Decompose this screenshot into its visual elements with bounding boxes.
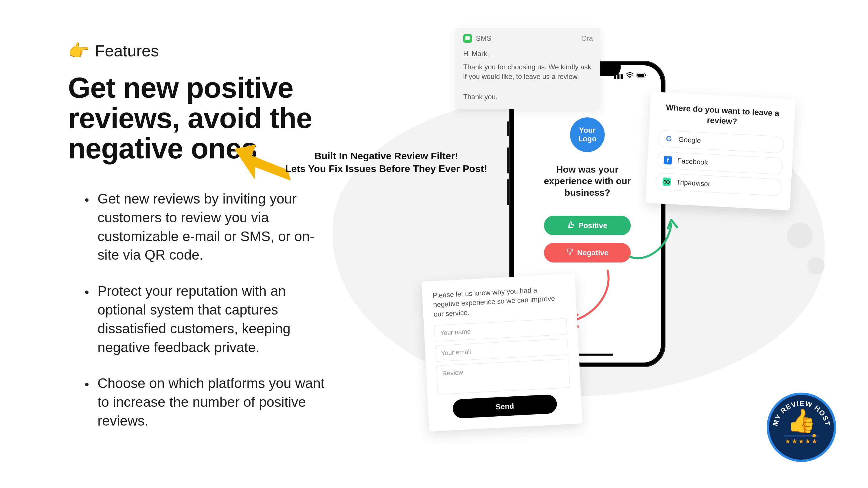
- feature-bullet: Get new reviews by inviting your custome…: [94, 190, 334, 264]
- name-placeholder: Your name: [440, 328, 471, 336]
- review-site-label: Tripadvisor: [676, 178, 710, 188]
- google-icon: G: [664, 134, 674, 144]
- sms-greeting: Hi Mark,: [463, 49, 593, 58]
- review-site-label: Google: [678, 135, 701, 144]
- features-heading: 👉 Features: [68, 40, 357, 61]
- left-text-column: 👉 Features Get new positive reviews, avo…: [68, 40, 357, 448]
- svg-text:MY REVIEW HOST: MY REVIEW HOST: [771, 399, 832, 427]
- svg-rect-4: [645, 74, 646, 76]
- review-textarea[interactable]: Review: [436, 359, 570, 395]
- business-logo-placeholder: Your Logo: [570, 118, 605, 152]
- sms-app-name: SMS: [476, 34, 492, 42]
- negative-feedback-card: Please let us know why you had a negativ…: [422, 273, 582, 431]
- sms-timestamp: Ora: [581, 34, 593, 42]
- send-button[interactable]: Send: [452, 394, 557, 419]
- review-site-card: Where do you want to leave a review? G G…: [645, 92, 795, 210]
- sms-header: SMS Ora: [463, 34, 593, 43]
- svg-rect-3: [638, 74, 644, 76]
- positive-flow-arrow-icon: [625, 214, 683, 269]
- thumbs-up-icon: [567, 221, 574, 230]
- svg-marker-0: [235, 144, 291, 181]
- feature-bullet: Choose on which platforms you want to in…: [94, 374, 334, 430]
- phone-status-icons: ▮▮▮: [614, 72, 646, 79]
- svg-point-7: [664, 181, 665, 182]
- review-site-option-tripadvisor[interactable]: Tripadvisor: [655, 172, 782, 196]
- features-label: Features: [95, 41, 159, 60]
- logo-text: Your Logo: [570, 126, 605, 143]
- feature-bullet-list: Get new reviews by inviting your custome…: [94, 190, 334, 430]
- phone-side-button: [507, 148, 509, 173]
- review-site-label: Facebook: [677, 157, 708, 166]
- sms-body: Hi Mark, Thank you for choosing us. We k…: [463, 49, 593, 102]
- email-placeholder: Your email: [441, 348, 471, 357]
- negative-feedback-title: Please let us know why you had a negativ…: [433, 284, 566, 319]
- experience-question: How was your experience with our busines…: [514, 164, 661, 198]
- negative-button[interactable]: Negative: [544, 243, 631, 262]
- name-input[interactable]: Your name: [434, 318, 567, 341]
- phone-side-button: [507, 179, 509, 205]
- svg-point-1: [629, 77, 630, 78]
- wifi-icon: [626, 72, 633, 79]
- pointing-finger-icon: 👉: [68, 40, 90, 61]
- sms-message: Thank you for choosing us. We kindly ask…: [463, 62, 593, 81]
- arrow-icon: [231, 142, 292, 191]
- send-label: Send: [495, 401, 514, 412]
- brand-badge: MY REVIEW HOST 👍 ★★★★★: [767, 393, 836, 462]
- review-site-title: Where do you want to leave a review?: [659, 102, 786, 130]
- phone-side-button: [507, 122, 509, 136]
- facebook-icon: f: [663, 156, 673, 165]
- sms-notification-card: SMS Ora Hi Mark, Thank you for choosing …: [456, 28, 600, 109]
- background-dot: [807, 257, 825, 274]
- badge-slider-icon: [784, 435, 819, 436]
- callout-caption: Built In Negative Review Filter! Lets Yo…: [285, 150, 488, 175]
- negative-label: Negative: [577, 248, 609, 257]
- positive-label: Positive: [578, 221, 607, 230]
- review-site-option-google[interactable]: G Google: [657, 130, 784, 153]
- battery-icon: [637, 72, 646, 79]
- feature-bullet: Protect your reputation with an optional…: [94, 282, 334, 357]
- review-placeholder: Review: [442, 368, 463, 377]
- email-input[interactable]: Your email: [435, 338, 568, 362]
- callout-arrow: [231, 142, 292, 192]
- tripadvisor-icon: [662, 177, 671, 186]
- badge-ring-text: MY REVIEW HOST: [769, 395, 834, 460]
- svg-point-8: [668, 182, 669, 183]
- callout-caption-line: Built In Negative Review Filter!: [285, 150, 488, 162]
- review-site-option-facebook[interactable]: f Facebook: [656, 151, 783, 174]
- sms-app-icon: [463, 34, 472, 43]
- signal-icon: ▮▮▮: [614, 72, 623, 79]
- callout-caption-line: Lets You Fix Issues Before They Ever Pos…: [285, 162, 488, 175]
- background-dot: [787, 223, 813, 249]
- sms-signoff: Thank you.: [463, 92, 593, 101]
- thumbs-down-icon: [566, 248, 573, 257]
- positive-button[interactable]: Positive: [544, 216, 631, 235]
